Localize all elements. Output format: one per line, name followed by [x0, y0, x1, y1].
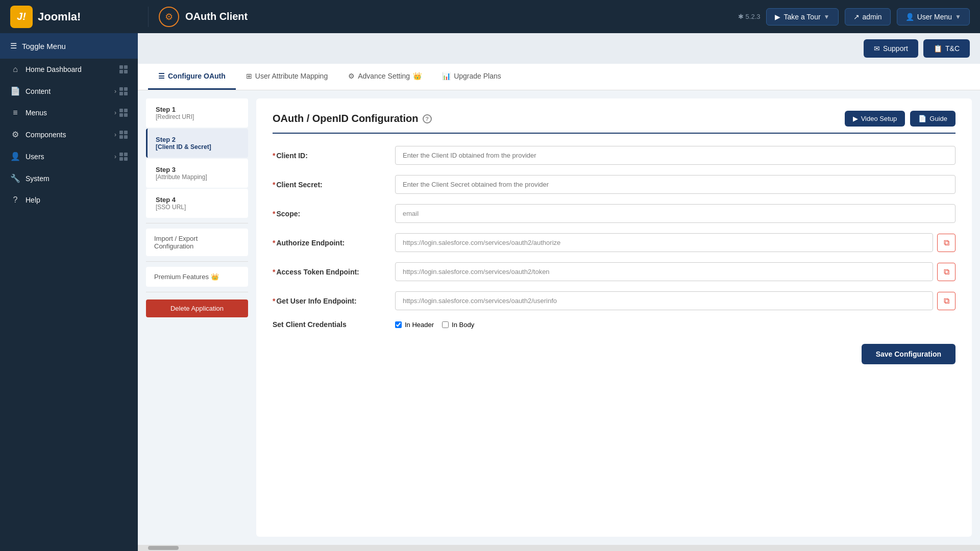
scope-label: *Scope:: [273, 210, 385, 218]
left-nav-divider2: [146, 261, 248, 262]
step2-label: Step 2: [156, 136, 240, 143]
attribute-icon: ⊞: [246, 72, 252, 80]
chevron-right-icon: ›: [114, 109, 116, 116]
access-token-endpoint-input[interactable]: [395, 262, 933, 281]
home-icon: ⌂: [10, 65, 20, 74]
sidebar-item-menus[interactable]: ≡ Menus ›: [0, 102, 138, 123]
toggle-menu-button[interactable]: ☰ Toggle Menu: [0, 33, 138, 59]
grid-icon: [119, 131, 128, 139]
tour-icon: ▶: [775, 13, 780, 21]
authorize-endpoint-input[interactable]: [395, 233, 933, 252]
get-user-info-label: *Get User Info Endpoint:: [273, 297, 385, 305]
step1-sub: [Redirect URI]: [156, 113, 240, 120]
topbar: J! Joomla! ⚙ OAuth Client ✱ 5.2.3 ▶ Take…: [0, 0, 980, 33]
crown-icon: 👑: [413, 72, 422, 80]
access-token-input-wrap: ⧉: [395, 262, 955, 281]
configure-icon: ☰: [158, 72, 165, 80]
chevron-down-icon: ▼: [955, 13, 961, 20]
sidebar-item-help[interactable]: ? Help: [0, 189, 138, 211]
sidebar-item-components[interactable]: ⚙ Components ›: [0, 123, 138, 145]
tab-advance-setting[interactable]: ⚙ Advance Setting 👑: [338, 64, 432, 90]
grid-icon: [119, 109, 128, 117]
grid-icon: [119, 65, 128, 73]
app-icon: ⚙: [159, 7, 179, 27]
sidebar-item-content[interactable]: 📄 Content ›: [0, 80, 138, 102]
tab-upgrade-plans[interactable]: 📊 Upgrade Plans: [432, 64, 511, 90]
in-body-checkbox-label[interactable]: In Body: [442, 321, 474, 329]
authorize-endpoint-label: *Authorize Endpoint:: [273, 239, 385, 247]
access-token-copy-button[interactable]: ⧉: [937, 263, 955, 281]
scope-row: *Scope:: [273, 204, 955, 223]
access-token-endpoint-label: *Access Token Endpoint:: [273, 268, 385, 276]
client-id-input[interactable]: [395, 146, 955, 165]
scope-input-wrap: [395, 204, 955, 223]
step4-sub: [SSO URL]: [156, 204, 240, 211]
sidebar-item-system[interactable]: 🔧 System: [0, 167, 138, 189]
get-user-info-copy-button[interactable]: ⧉: [937, 292, 955, 310]
in-header-checkbox[interactable]: [395, 321, 402, 328]
tab-configure-oauth[interactable]: ☰ Configure OAuth: [148, 64, 236, 90]
bottom-scrollbar[interactable]: [138, 545, 980, 551]
tabs-bar: ☰ Configure OAuth ⊞ User Attribute Mappi…: [138, 64, 980, 90]
main-panel: Step 1 [Redirect URI] Step 2 [Client ID …: [138, 90, 980, 545]
document-icon: 📄: [918, 115, 926, 122]
left-nav-step4[interactable]: Step 4 [SSO URL]: [146, 189, 248, 218]
chevron-right-icon: ›: [114, 131, 116, 138]
premium-features-button[interactable]: Premium Features 👑: [146, 267, 248, 287]
form-panel: OAuth / OpenID Configuration ? ▶ Video S…: [256, 98, 972, 537]
user-icon: 👤: [905, 13, 914, 21]
save-configuration-button[interactable]: Save Configuration: [862, 344, 955, 364]
grid-icon: [119, 153, 128, 161]
chevron-right-icon: ›: [114, 88, 116, 95]
form-header: OAuth / OpenID Configuration ? ▶ Video S…: [273, 111, 955, 134]
joomla-label: Joomla!: [38, 10, 81, 23]
menus-icon: ≡: [10, 108, 20, 117]
form-title: OAuth / OpenID Configuration ?: [273, 113, 432, 124]
in-header-checkbox-label[interactable]: In Header: [395, 321, 434, 329]
step4-label: Step 4: [156, 196, 240, 204]
topbar-right: ✱ 5.2.3 ▶ Take a Tour ▼ ↗ admin 👤 User M…: [738, 8, 970, 26]
import-export-button[interactable]: Import / Export Configuration: [146, 229, 248, 256]
play-icon: ▶: [853, 115, 858, 122]
guide-button[interactable]: 📄 Guide: [910, 111, 955, 127]
get-user-info-endpoint-input[interactable]: [395, 291, 933, 310]
video-setup-button[interactable]: ▶ Video Setup: [845, 111, 905, 127]
sidebar-item-home-dashboard[interactable]: ⌂ Home Dashboard: [0, 59, 138, 80]
left-nav-divider3: [146, 292, 248, 292]
left-nav-step1[interactable]: Step 1 [Redirect URI]: [146, 98, 248, 128]
admin-button[interactable]: ↗ admin: [845, 8, 891, 26]
delete-application-button[interactable]: Delete Application: [146, 299, 248, 317]
step3-sub: [Attribute Mapping]: [156, 173, 240, 181]
in-body-checkbox[interactable]: [442, 321, 449, 328]
form-header-buttons: ▶ Video Setup 📄 Guide: [845, 111, 955, 127]
sidebar-item-users[interactable]: 👤 Users ›: [0, 145, 138, 167]
take-tour-button[interactable]: ▶ Take a Tour ▼: [766, 8, 838, 26]
grid-icon: [119, 87, 128, 95]
components-icon: ⚙: [10, 130, 20, 139]
client-secret-input[interactable]: [395, 175, 955, 194]
joomla-icon: J!: [10, 6, 33, 28]
step3-label: Step 3: [156, 166, 240, 173]
advance-icon: ⚙: [348, 72, 355, 80]
top-action-bar: ✉ Support 📋 T&C: [138, 33, 980, 64]
authorize-endpoint-copy-button[interactable]: ⧉: [937, 234, 955, 252]
tnc-button[interactable]: 📋 T&C: [923, 39, 970, 58]
email-icon: ✉: [874, 44, 880, 53]
left-nav-step3[interactable]: Step 3 [Attribute Mapping]: [146, 159, 248, 188]
support-button[interactable]: ✉ Support: [864, 39, 918, 58]
get-user-info-endpoint-row: *Get User Info Endpoint: ⧉: [273, 291, 955, 310]
user-menu-button[interactable]: 👤 User Menu ▼: [897, 8, 970, 26]
content-icon: 📄: [10, 86, 20, 96]
client-id-input-wrap: [395, 146, 955, 165]
scope-input[interactable]: [395, 204, 955, 223]
app-title: OAuth Client: [185, 11, 248, 22]
left-nav-step2[interactable]: Step 2 [Client ID & Secret]: [146, 129, 248, 158]
help-icon: ?: [10, 195, 20, 205]
scrollbar-thumb: [148, 546, 179, 550]
access-token-endpoint-row: *Access Token Endpoint: ⧉: [273, 262, 955, 281]
document-icon: 📋: [934, 44, 942, 53]
tab-user-attribute-mapping[interactable]: ⊞ User Attribute Mapping: [236, 64, 338, 90]
client-secret-row: *Client Secret:: [273, 175, 955, 194]
info-icon[interactable]: ?: [423, 114, 432, 123]
admin-icon: ↗: [853, 13, 860, 21]
